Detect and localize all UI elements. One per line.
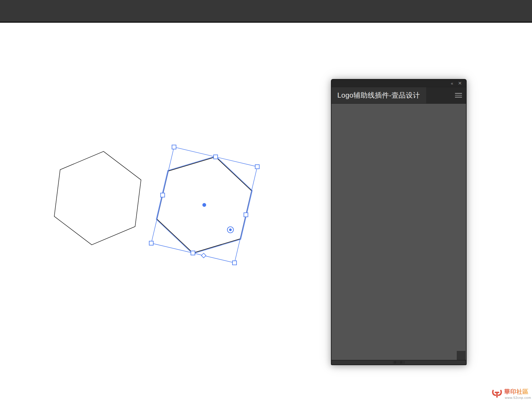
watermark-site-name: 華印社區 (504, 388, 529, 396)
selection-handle[interactable] (161, 193, 165, 197)
watermark-site-url: www.52cnp.com (504, 396, 531, 399)
resize-grip[interactable] (393, 361, 405, 364)
selection-handle[interactable] (149, 241, 153, 245)
selection-handle[interactable] (255, 165, 259, 169)
panel-title: Logo辅助线插件-壹品设计 (337, 91, 420, 100)
rotation-target-indicator-dot (229, 229, 232, 231)
close-panel-icon[interactable]: × (458, 80, 462, 86)
selection-handle[interactable] (172, 145, 176, 149)
plugin-panel: « × Logo辅助线插件-壹品设计 (331, 79, 467, 365)
watermark-logo-icon (492, 389, 502, 399)
panel-footer (332, 360, 466, 365)
panel-tab-bar: Logo辅助线插件-壹品设计 (332, 87, 466, 103)
hexagon-plain[interactable] (54, 151, 141, 245)
watermark-text: 華印社區 www.52cnp.com (504, 388, 531, 399)
selection-handle[interactable] (214, 155, 218, 159)
panel-tabbar-spacer (426, 87, 466, 103)
top-toolbar (0, 0, 532, 23)
live-shape-side-widget[interactable] (201, 253, 206, 258)
illustrator-workspace: « × Logo辅助线插件-壹品设计 (0, 0, 532, 400)
collapse-panel-icon[interactable]: « (451, 81, 453, 85)
panel-content (332, 103, 466, 360)
panel-tab-title[interactable]: Logo辅助线插件-壹品设计 (332, 87, 426, 103)
scrollbar-corner (457, 351, 465, 360)
panel-menu-icon[interactable] (455, 93, 462, 98)
panel-chrome-bar: « × (332, 80, 466, 87)
selection-handle[interactable] (232, 261, 237, 265)
selection-center-point[interactable] (203, 203, 206, 207)
selection-handle[interactable] (244, 213, 248, 217)
watermark: 華印社區 www.52cnp.com (492, 388, 531, 399)
selection-handle[interactable] (191, 251, 195, 255)
